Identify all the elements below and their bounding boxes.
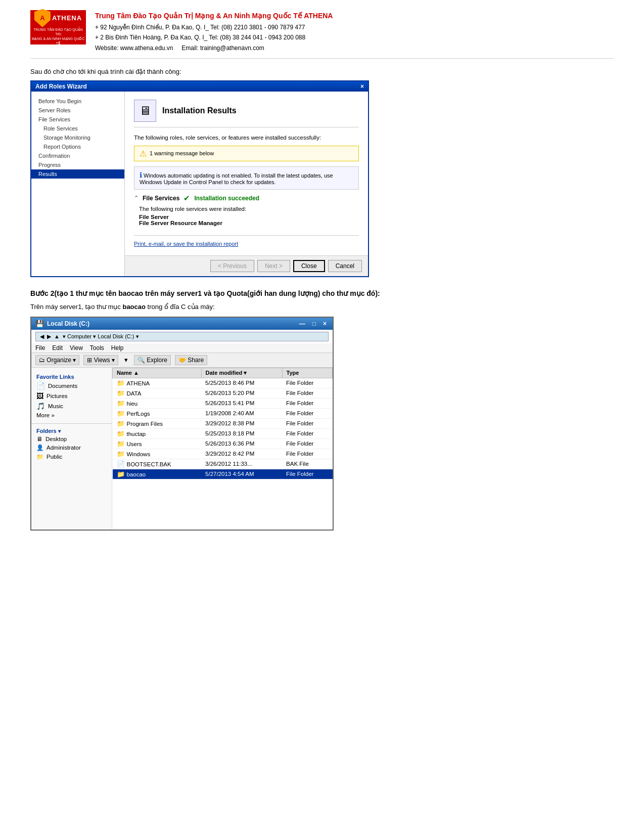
file-icon: 📁 (117, 420, 125, 427)
file-name-cell: 📁ATHENA (113, 378, 202, 388)
nav-item-storage-monitoring[interactable]: Storage Monitoring (31, 133, 124, 142)
step2-subtext: Trên máy server1, tạo thư mục baocao tro… (30, 303, 614, 311)
file-table: Name ▲ Date modified ▾ Type 📁ATHENA 5/25… (112, 368, 333, 479)
file-type-cell: File Folder (282, 378, 332, 388)
folder-item-desktop[interactable]: 🖥 Desktop (31, 435, 112, 443)
file-name-cell: 📄BOOTSECT.BAK (113, 459, 202, 469)
info-icon: ℹ (140, 171, 142, 179)
wizard-result-msg: The following roles, role services, or f… (134, 135, 359, 141)
wizard-footer-link: Print, e-mail, or save the installation … (134, 235, 359, 247)
table-row[interactable]: 📄BOOTSECT.BAK 3/26/2012 11:33... BAK Fil… (113, 459, 333, 469)
file-icon: 📁 (117, 470, 125, 478)
explorer-restore-btn[interactable]: □ (312, 320, 316, 327)
explorer-close-btn[interactable]: × (323, 320, 327, 327)
folder-item-administrator[interactable]: 👤 Administrator (31, 443, 112, 452)
explorer-main: Name ▲ Date modified ▾ Type 📁ATHENA 5/25… (112, 368, 333, 530)
table-row[interactable]: 📁Windows 3/29/2012 8:42 PM File Folder (113, 449, 333, 459)
file-icon: 📁 (117, 400, 125, 407)
previous-button[interactable]: < Previous (210, 260, 254, 272)
table-row[interactable]: 📁DATA 5/26/2013 5:20 PM File Folder (113, 388, 333, 398)
logo-name: ATHENA (52, 14, 82, 22)
sidebar-item-pictures[interactable]: 🖼 Pictures (31, 391, 112, 401)
wizard-content: 🖥 Installation Results The following rol… (125, 92, 368, 255)
section-header: ⌃ File Services ✔ Installation succeeded (134, 194, 359, 203)
sidebar-item-music[interactable]: 🎵 Music (31, 401, 112, 411)
col-type[interactable]: Type (282, 368, 332, 378)
logo-image: A ATHENA TRUNG TÂM ĐÀO TẠO QUẢN TRỊMẠNG … (30, 10, 86, 45)
explorer-minimize-btn[interactable]: — (299, 320, 305, 327)
administrator-icon: 👤 (36, 444, 43, 451)
menu-help[interactable]: Help (111, 344, 124, 352)
menu-edit[interactable]: Edit (52, 344, 63, 352)
file-modified-cell: 5/25/2013 8:18 PM (201, 428, 282, 438)
file-icon: 📁 (117, 430, 125, 437)
favorites-label: Favorite Links (31, 372, 112, 381)
success-icon: ✔ (183, 194, 190, 203)
table-row[interactable]: 📁Program Files 3/29/2012 8:38 PM File Fo… (113, 418, 333, 428)
menu-view[interactable]: View (70, 344, 83, 352)
file-icon: 📁 (117, 379, 125, 387)
file-name-cell: 📁baocao (113, 469, 202, 479)
info-text: Windows automatic updating is not enable… (140, 172, 333, 185)
file-name-cell: 📁Users (113, 438, 202, 449)
logo-subtitle: TRUNG TÂM ĐÀO TẠO QUẢN TRỊMẠNG & AN NINH… (30, 27, 86, 46)
file-icon: 📄 (117, 460, 125, 468)
menu-tools[interactable]: Tools (90, 344, 104, 352)
nav-item-file-services[interactable]: File Services (31, 115, 124, 124)
share-btn[interactable]: 🤝 Share (175, 355, 207, 365)
dialog-close-btn[interactable]: × (360, 83, 364, 90)
col-modified[interactable]: Date modified ▾ (201, 368, 282, 378)
nav-item-progress[interactable]: Progress (31, 160, 124, 169)
toolbar-row: 🗂 Organize ▾ ⊞ Views ▾ ▾ 🔍 Explore 🤝 Sha… (31, 353, 333, 368)
nav-back-icon[interactable]: ◀ (40, 333, 44, 340)
documents-icon: 📄 (36, 382, 45, 390)
folder-item-public[interactable]: 📁 Public (31, 452, 112, 461)
col-name[interactable]: Name ▲ (113, 368, 202, 378)
sidebar-item-documents[interactable]: 📄 Documents (31, 381, 112, 391)
table-row[interactable]: 📁PerfLogs 1/19/2008 2:40 AM File Folder (113, 408, 333, 418)
dialog-title: Add Roles Wizard (35, 83, 87, 90)
logo-box: A ATHENA TRUNG TÂM ĐÀO TẠO QUẢN TRỊMẠNG … (30, 10, 86, 45)
header-contact: Website: www.athena.edu.vn Email: traini… (95, 43, 333, 53)
table-row[interactable]: 📁baocao 5/27/2013 4:54 AM File Folder (113, 469, 333, 479)
table-row[interactable]: 📁ATHENA 5/25/2013 8:46 PM File Folder (113, 378, 333, 388)
step2-folder-name: baocao (122, 303, 146, 311)
file-type-cell: File Folder (282, 398, 332, 408)
nav-up-icon[interactable]: ▲ (54, 333, 60, 339)
dialog-body: Before You Begin Server Roles File Servi… (31, 92, 368, 276)
file-modified-cell: 5/26/2013 5:41 PM (201, 398, 282, 408)
table-row[interactable]: 📁Users 5/26/2013 6:36 PM File Folder (113, 438, 333, 449)
close-button[interactable]: Close (293, 260, 325, 272)
file-modified-cell: 5/27/2013 4:54 AM (201, 469, 282, 479)
file-name-cell: 📁thuctap (113, 428, 202, 438)
sidebar-item-documents-label: Documents (48, 383, 77, 389)
next-button[interactable]: Next > (257, 260, 290, 272)
page-header: A ATHENA TRUNG TÂM ĐÀO TẠO QUẢN TRỊMẠNG … (30, 10, 614, 59)
menu-file[interactable]: File (35, 344, 45, 352)
table-row[interactable]: 📁thuctap 5/25/2013 8:18 PM File Folder (113, 428, 333, 438)
warning-banner: ⚠ 1 warning message below (134, 146, 359, 161)
organize-btn[interactable]: 🗂 Organize ▾ (35, 355, 79, 365)
nav-item-confirmation[interactable]: Confirmation (31, 151, 124, 160)
cancel-button[interactable]: Cancel (328, 260, 362, 272)
nav-item-role-services[interactable]: Role Services (31, 124, 124, 133)
views-btn[interactable]: ⊞ Views ▾ (83, 355, 118, 365)
wizard-buttons: < Previous Next > Close Cancel (125, 255, 368, 276)
address-bar[interactable]: ◀ ▶ ▲ ▾ Computer ▾ Local Disk (C:) ▾ (35, 332, 329, 341)
success-text: Installation succeeded (194, 195, 259, 202)
nav-item-server-roles[interactable]: Server Roles (31, 106, 124, 115)
nav-forward-icon[interactable]: ▶ (47, 333, 51, 340)
footer-link-anchor[interactable]: Print, e-mail, or save the installation … (134, 241, 238, 247)
table-row[interactable]: 📁hieu 5/26/2013 5:41 PM File Folder (113, 398, 333, 408)
folder-public-label: Public (47, 454, 62, 460)
file-type-cell: File Folder (282, 438, 332, 449)
wizard-header: 🖥 Installation Results (134, 100, 359, 127)
file-icon: 📁 (117, 410, 125, 417)
file-type-cell: File Folder (282, 418, 332, 428)
explore-btn[interactable]: 🔍 Explore (134, 355, 171, 365)
sidebar-item-more[interactable]: More » (31, 411, 112, 419)
nav-item-results[interactable]: Results (31, 169, 124, 179)
nav-item-report-options[interactable]: Report Options (31, 142, 124, 151)
nav-item-before-you-begin[interactable]: Before You Begin (31, 97, 124, 106)
file-name-cell: 📁Program Files (113, 418, 202, 428)
